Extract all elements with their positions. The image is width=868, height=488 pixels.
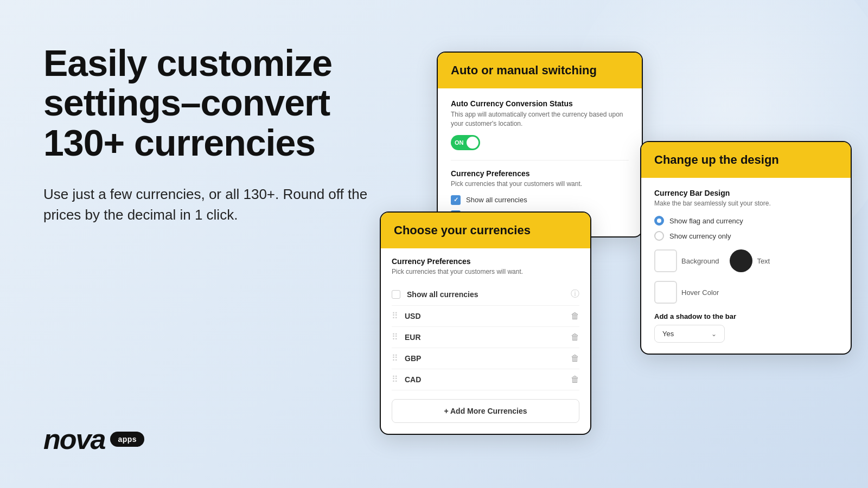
delete-gbp-icon[interactable]: 🗑: [571, 354, 579, 363]
radio-label-2: Show currency only: [669, 232, 731, 240]
shadow-select-value: Yes: [662, 330, 674, 338]
left-section: Easily customize settings–convert 130+ c…: [43, 43, 369, 226]
text-color-box: [730, 249, 752, 272]
show-all-checkbox: [392, 290, 400, 299]
toggle-label: ON: [455, 139, 464, 146]
drag-handle-gbp: ⠿: [392, 354, 398, 363]
status-title: Auto Currency Conversion Status: [451, 99, 629, 108]
currencies-pref-title: Currency Preferences: [392, 257, 579, 266]
toggle-container: ON: [451, 135, 629, 150]
hero-subtitle: Use just a few currencies, or all 130+. …: [43, 184, 369, 225]
currency-gbp: GBP: [405, 354, 421, 363]
show-all-row[interactable]: Show all currencies ⓘ: [392, 283, 579, 306]
card-design: Change up the design Currency Bar Design…: [640, 141, 852, 355]
checkbox-label-1: Show all currencies: [466, 196, 527, 204]
currency-usd: USD: [405, 312, 421, 320]
drag-handle-cad: ⠿: [392, 375, 398, 384]
pref-title: Currency Preferences: [451, 169, 629, 178]
bg-color-label: Background: [681, 257, 719, 265]
currency-eur-left: ⠿ EUR: [392, 333, 421, 342]
card-auto-header: Auto or manual switching: [438, 53, 642, 88]
checkbox-show-all[interactable]: Show all currencies: [451, 195, 629, 205]
checkbox-checked-1: [451, 195, 461, 205]
card-design-body: Currency Bar Design Make the bar seamles…: [641, 178, 851, 354]
radio-empty-1: [654, 231, 664, 241]
currency-row-eur[interactable]: ⠿ EUR 🗑: [392, 327, 579, 348]
design-section-desc: Make the bar seamlessly suit your store.: [654, 200, 838, 207]
card-design-title: Change up the design: [654, 153, 838, 167]
currencies-pref: Currency Preferences Pick currencies tha…: [381, 248, 590, 275]
shadow-select[interactable]: Yes ⌄: [654, 325, 725, 343]
radio-currency-only[interactable]: Show currency only: [654, 231, 838, 241]
drag-handle-eur: ⠿: [392, 333, 398, 342]
add-more-button[interactable]: + Add More Currencies: [392, 399, 579, 423]
color-row: Background Text: [654, 249, 838, 272]
radio-flag-currency[interactable]: Show flag and currency: [654, 216, 838, 226]
radio-label-1: Show flag and currency: [669, 217, 743, 225]
card-currencies-header: Choose your currencies: [381, 213, 590, 248]
hover-color-label: Hover Color: [681, 288, 719, 297]
brand-name: nova: [43, 423, 105, 455]
show-all-left: Show all currencies: [392, 290, 478, 299]
card-design-header: Change up the design: [641, 142, 851, 178]
hover-color-row[interactable]: Hover Color: [654, 281, 838, 304]
card-auto-title: Auto or manual switching: [451, 63, 629, 78]
delete-cad-icon[interactable]: 🗑: [571, 375, 579, 384]
add-more-wrapper: + Add More Currencies: [392, 390, 579, 434]
shadow-label: Add a shadow to the bar: [654, 312, 838, 320]
hover-color-box: [654, 281, 677, 304]
radio-filled-1: [654, 216, 664, 226]
brand-badge: apps: [110, 432, 144, 447]
currency-cad-left: ⠿ CAD: [392, 375, 421, 384]
bg-color-box: [654, 249, 677, 272]
hero-title: Easily customize settings–convert 130+ c…: [43, 43, 369, 163]
status-desc: This app will automatically convert the …: [451, 110, 629, 129]
currency-gbp-left: ⠿ GBP: [392, 354, 421, 363]
text-color-label: Text: [757, 257, 770, 265]
design-section-title: Currency Bar Design: [654, 189, 838, 197]
currency-row-usd[interactable]: ⠿ USD 🗑: [392, 306, 579, 327]
card-currencies: Choose your currencies Currency Preferen…: [380, 211, 591, 435]
pref-desc: Pick currencies that your customers will…: [451, 180, 629, 188]
toggle-on[interactable]: ON: [451, 135, 480, 150]
show-all-label: Show all currencies: [407, 290, 478, 299]
currency-list: Show all currencies ⓘ ⠿ USD 🗑 ⠿ EUR 🗑: [381, 283, 590, 434]
card-auto: Auto or manual switching Auto Currency C…: [437, 52, 643, 237]
currency-eur: EUR: [405, 333, 421, 342]
chevron-down-icon: ⌄: [711, 330, 717, 338]
delete-usd-icon[interactable]: 🗑: [571, 311, 579, 321]
auto-conversion-section: Auto Currency Conversion Status This app…: [451, 99, 629, 150]
drag-handle-usd: ⠿: [392, 312, 398, 320]
cards-container: Auto or manual switching Auto Currency C…: [380, 0, 868, 488]
currency-row-gbp[interactable]: ⠿ GBP 🗑: [392, 348, 579, 369]
currencies-pref-desc: Pick currencies that your customers will…: [392, 268, 579, 275]
currency-cad: CAD: [405, 375, 421, 384]
delete-eur-icon[interactable]: 🗑: [571, 332, 579, 342]
currency-row-cad[interactable]: ⠿ CAD 🗑: [392, 369, 579, 390]
text-color-item[interactable]: Text: [730, 249, 770, 272]
info-icon: ⓘ: [571, 288, 579, 300]
divider1: [451, 160, 629, 160]
currency-usd-left: ⠿ USD: [392, 312, 421, 320]
card-currencies-title: Choose your currencies: [394, 223, 577, 237]
toggle-knob: [467, 137, 478, 149]
brand-logo: nova apps: [43, 423, 144, 455]
bg-color-item[interactable]: Background: [654, 249, 719, 272]
